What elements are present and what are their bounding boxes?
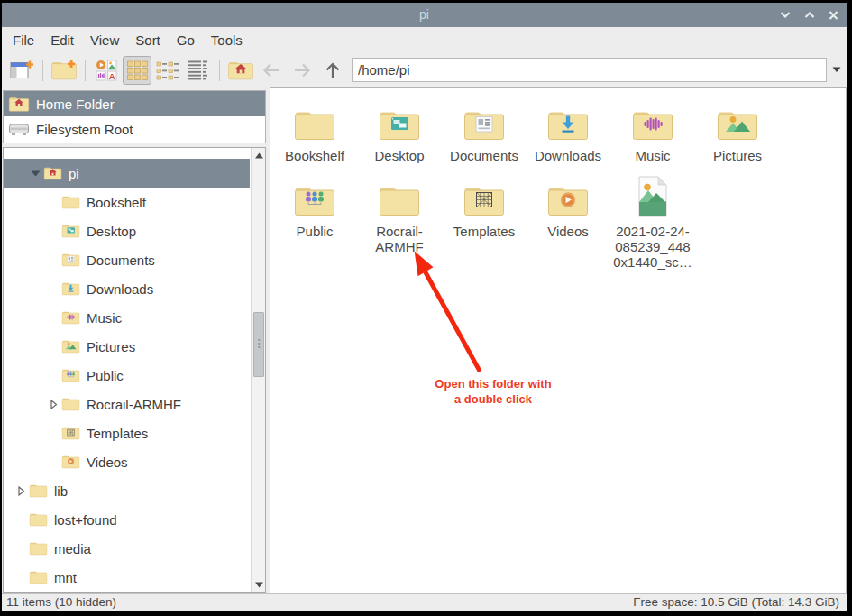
folder-videos-icon — [546, 171, 590, 218]
back-button[interactable] — [257, 56, 286, 85]
desktop-background: pi FileEditViewSortGoTools A Home Folder… — [0, 0, 852, 616]
menu-file[interactable]: File — [5, 29, 42, 51]
file-label-line: ARMHF — [375, 239, 423, 254]
titlebar[interactable]: pi — [2, 3, 847, 27]
file-pictures[interactable]: Pictures — [695, 96, 780, 163]
file-label-line: 0x1440_sc… — [613, 254, 692, 270]
chevron-down-icon — [832, 67, 841, 73]
tree-item-music[interactable]: Music — [4, 303, 250, 332]
file-downloads[interactable]: Downloads — [526, 96, 610, 163]
tree-item-bookshelf[interactable]: Bookshelf — [4, 188, 250, 216]
file-label-line: Music — [635, 148, 670, 163]
place-filesystem-root[interactable]: Filesystem Root — [4, 116, 265, 142]
expander-closed-icon[interactable] — [45, 399, 61, 409]
annotation-line1: Open this folder with — [403, 376, 583, 391]
file-label: 2021-02-24-085239_4480x1440_sc… — [613, 224, 692, 270]
chevron-down-icon — [780, 11, 791, 19]
arrow-left-icon — [261, 60, 282, 81]
tree-item-rocrail-armhf[interactable]: Rocrail-ARMHF — [4, 390, 250, 418]
file-documents[interactable]: Documents — [442, 96, 527, 163]
menu-sort[interactable]: Sort — [127, 29, 169, 51]
tree-item-label: Documents — [87, 253, 155, 268]
expander-closed-icon[interactable] — [13, 485, 29, 496]
expander-spacer — [45, 456, 61, 467]
folder-icon — [29, 540, 48, 556]
file-bookshelf[interactable]: Bookshelf — [272, 96, 357, 163]
tree-item-label: Videos — [87, 455, 128, 470]
new-window-button[interactable] — [7, 56, 36, 85]
minimize-button[interactable] — [777, 7, 792, 23]
tree-item-lost-found[interactable]: lost+found — [4, 505, 250, 534]
tree-item-label: mnt — [54, 570, 77, 585]
home-button[interactable] — [226, 56, 255, 85]
home-folder-icon — [8, 95, 30, 113]
tree-item-media[interactable]: media — [4, 534, 250, 563]
expander-spacer — [45, 341, 61, 352]
scroll-up-button[interactable] — [252, 149, 266, 161]
file-label-line: Bookshelf — [285, 148, 344, 163]
toolbar: A — [2, 52, 847, 87]
new-folder-button[interactable] — [50, 56, 78, 85]
icon-view-button[interactable] — [123, 56, 151, 85]
forward-button[interactable] — [288, 56, 316, 85]
file-label-line: 2021-02-24- — [613, 224, 692, 239]
scroll-down-button[interactable] — [252, 578, 266, 591]
file-desktop[interactable]: Desktop — [357, 96, 442, 163]
tree-item-label: lost+found — [54, 512, 117, 528]
place-label: Home Folder — [36, 97, 115, 112]
tree-item-templates[interactable]: Templates — [4, 418, 250, 447]
path-dropdown-button[interactable] — [827, 58, 847, 82]
compact-view-icon — [156, 59, 179, 82]
file-label-line: Templates — [453, 224, 515, 239]
expander-spacer — [45, 225, 61, 236]
arrow-right-icon — [291, 60, 313, 81]
tree-item-label: Downloads — [87, 281, 153, 297]
tree-scrollbar[interactable]: ••• — [251, 148, 265, 592]
thumbnail-view-button[interactable]: A — [92, 56, 121, 85]
tree-item-label: Rocrail-ARMHF — [87, 397, 181, 412]
arrow-up-icon — [322, 60, 344, 81]
file-templates[interactable]: Templates — [442, 171, 527, 239]
menu-go[interactable]: Go — [169, 29, 203, 51]
file-public[interactable]: Public — [272, 171, 357, 239]
close-button[interactable] — [826, 7, 841, 23]
up-button[interactable] — [318, 56, 347, 85]
tree-item-mnt[interactable]: mnt — [4, 563, 250, 592]
tree-item-downloads[interactable]: Downloads — [4, 274, 250, 303]
tree-item-videos[interactable]: Videos — [4, 447, 250, 476]
file-rocrail-armhf[interactable]: Rocrail-ARMHF — [357, 171, 442, 254]
folder-public-icon — [293, 171, 336, 218]
file-videos[interactable]: Videos — [526, 171, 610, 239]
tree-item-desktop[interactable]: Desktop — [4, 216, 250, 245]
menu-edit[interactable]: Edit — [42, 29, 82, 51]
tree-item-public[interactable]: Public — [4, 361, 250, 390]
triangle-down-icon — [255, 582, 263, 588]
path-input[interactable] — [352, 58, 827, 82]
file-label: Pictures — [713, 148, 762, 163]
expander-spacer — [13, 543, 29, 554]
maximize-button[interactable] — [802, 7, 817, 23]
sidebar: Home FolderFilesystem Root piBookshelfDe… — [2, 87, 267, 593]
folder-public-icon — [61, 367, 80, 383]
expander-spacer — [45, 197, 61, 207]
tree-item-pi[interactable]: pi — [4, 159, 250, 188]
scroll-thumb[interactable]: ••• — [253, 312, 264, 377]
place-home-folder[interactable]: Home Folder — [4, 91, 265, 116]
file-music[interactable]: Music — [610, 96, 695, 163]
toolbar-separator — [85, 60, 86, 81]
menu-tools[interactable]: Tools — [203, 29, 251, 51]
window-body: Home FolderFilesystem Root piBookshelfDe… — [2, 87, 847, 593]
tree-item-documents[interactable]: Documents — [4, 245, 250, 274]
folder-icon — [29, 483, 48, 499]
expander-open-icon[interactable] — [27, 168, 43, 179]
compact-view-button[interactable] — [153, 56, 182, 85]
tree-item-pictures[interactable]: Pictures — [4, 332, 250, 361]
menubar: FileEditViewSortGoTools — [2, 27, 847, 52]
file-manager-window: pi FileEditViewSortGoTools A Home Folder… — [2, 3, 847, 611]
file-view: BookshelfDesktopDocumentsDownloadsMusicP… — [270, 87, 847, 593]
file-2021-02-24-085239-4480x1440-sc-[interactable]: 2021-02-24-085239_4480x1440_sc… — [610, 171, 695, 270]
menu-view[interactable]: View — [82, 29, 127, 51]
tree-item-lib[interactable]: lib — [4, 476, 250, 505]
folder-desktop-icon — [378, 96, 421, 143]
detail-view-button[interactable] — [184, 56, 213, 85]
